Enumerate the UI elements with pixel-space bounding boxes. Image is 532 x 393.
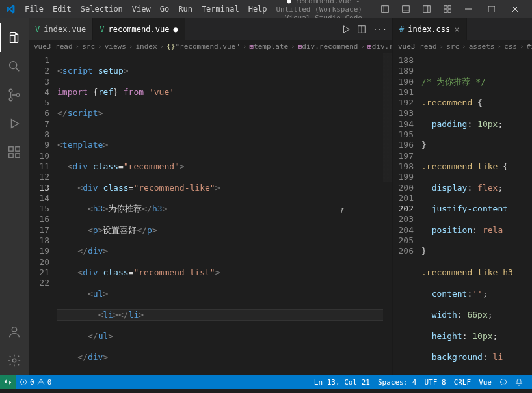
activitybar — [0, 18, 29, 375]
breadcrumbs-left[interactable]: vue3-read› src› views› index› {} "recomm… — [29, 40, 392, 53]
svg-rect-19 — [9, 147, 13, 151]
svg-rect-4 — [423, 6, 431, 13]
close-icon[interactable]: × — [454, 24, 459, 34]
tabs-right: #index.css× ··· — [393, 18, 532, 40]
source-control-icon[interactable] — [0, 81, 29, 109]
tab-label: index.css — [408, 25, 450, 34]
statusbar: 0 0 Ln 13, Col 21 Spaces: 4 UTF-8 CRLF V… — [0, 375, 532, 389]
svg-rect-9 — [448, 10, 451, 12]
extensions-icon[interactable] — [0, 138, 29, 167]
cursor-position[interactable]: Ln 13, Col 21 — [310, 375, 374, 389]
feedback-icon[interactable] — [496, 375, 511, 389]
editor-pane-left: Vindex.vue Vrecommend.vue● ··· vue3-read… — [29, 18, 393, 375]
menu-go[interactable]: Go — [156, 2, 173, 16]
layout-grid-icon[interactable] — [438, 2, 457, 16]
remote-indicator[interactable] — [0, 375, 16, 389]
text-cursor-icon — [341, 207, 342, 217]
close-button[interactable] — [503, 0, 527, 18]
settings-gear-icon[interactable] — [0, 346, 29, 375]
layout-left-icon[interactable] — [376, 2, 394, 16]
svg-rect-2 — [403, 6, 410, 13]
account-icon[interactable] — [0, 318, 29, 346]
svg-point-18 — [16, 94, 20, 97]
search-icon[interactable] — [0, 52, 29, 81]
layout-bottom-icon[interactable] — [397, 2, 415, 16]
layout-right-icon[interactable] — [418, 2, 436, 16]
tab-index-css[interactable]: #index.css× — [393, 18, 467, 40]
svg-point-17 — [9, 98, 12, 101]
encoding[interactable]: UTF-8 — [421, 375, 450, 389]
editor-pane-right: #index.css× ··· vue3-read› src› assets› … — [393, 18, 532, 375]
minimize-button[interactable] — [457, 0, 480, 18]
editor-area: Vindex.vue Vrecommend.vue● ··· vue3-read… — [29, 18, 532, 375]
more-icon[interactable]: ··· — [373, 25, 387, 34]
minimap[interactable] — [383, 53, 392, 375]
run-icon[interactable] — [341, 25, 351, 34]
menu-view[interactable]: View — [128, 2, 155, 16]
tab-label: index.vue — [44, 25, 86, 34]
tab-index-vue[interactable]: Vindex.vue — [29, 18, 93, 40]
svg-point-16 — [9, 89, 12, 92]
menu-selection[interactable]: Selection — [77, 2, 127, 16]
menu-help[interactable]: Help — [245, 2, 271, 16]
line-numbers: 12345678910111213141516171819202122 — [29, 53, 57, 375]
menu-terminal[interactable]: Terminal — [198, 2, 243, 16]
language-mode[interactable]: Vue — [475, 375, 496, 389]
code-lines[interactable]: /* 为你推荐 */ .recommend { padding: 10px; }… — [421, 53, 532, 375]
svg-point-24 — [12, 359, 16, 362]
maximize-button[interactable] — [480, 0, 503, 18]
svg-rect-8 — [444, 10, 447, 12]
menubar: File Edit Selection View Go Run Terminal… — [21, 2, 271, 16]
indentation[interactable]: Spaces: 4 — [374, 375, 421, 389]
run-debug-icon[interactable] — [0, 109, 29, 138]
explorer-icon[interactable] — [0, 23, 29, 52]
problems-indicator[interactable]: 0 0 — [16, 375, 55, 389]
notifications-icon[interactable] — [511, 375, 527, 389]
modified-dot-icon: ● — [173, 25, 178, 34]
main: Vindex.vue Vrecommend.vue● ··· vue3-read… — [0, 18, 532, 375]
svg-rect-6 — [444, 6, 447, 8]
vscode-logo-icon — [5, 4, 16, 14]
code-lines[interactable]: <script setup> import {ref} from 'vue' <… — [57, 53, 383, 375]
svg-rect-11 — [488, 6, 495, 12]
svg-line-15 — [16, 68, 19, 71]
code-editor-left[interactable]: 12345678910111213141516171819202122 <scr… — [29, 53, 392, 375]
titlebar: File Edit Selection View Go Run Terminal… — [0, 0, 532, 18]
svg-point-31 — [501, 379, 507, 385]
svg-rect-22 — [16, 147, 20, 151]
breadcrumbs-right[interactable]: vue3-read› src› assets› css› # index.css… — [393, 40, 532, 53]
tabs-left: Vindex.vue Vrecommend.vue● ··· — [29, 18, 392, 40]
svg-point-14 — [10, 62, 17, 69]
split-icon[interactable] — [357, 25, 366, 34]
eol[interactable]: CRLF — [450, 375, 475, 389]
svg-point-23 — [12, 327, 16, 332]
svg-rect-20 — [9, 154, 13, 157]
code-editor-right[interactable]: 1881891901911921931941951961971981992002… — [393, 53, 532, 375]
menu-run[interactable]: Run — [174, 2, 196, 16]
menu-edit[interactable]: Edit — [49, 2, 75, 16]
tab-label: recommend.vue — [109, 25, 170, 34]
svg-rect-0 — [382, 6, 389, 13]
svg-rect-21 — [16, 154, 20, 157]
svg-rect-7 — [448, 6, 451, 8]
tab-recommend-vue[interactable]: Vrecommend.vue● — [93, 18, 185, 40]
line-numbers: 1881891901911921931941951961971981992002… — [393, 53, 421, 375]
menu-file[interactable]: File — [21, 2, 47, 16]
